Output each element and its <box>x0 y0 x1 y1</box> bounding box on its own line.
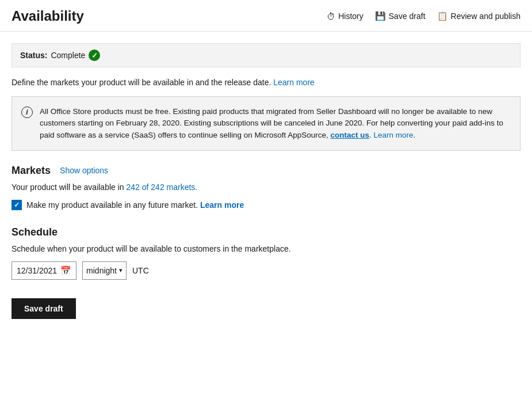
status-value: Complete <box>51 51 85 60</box>
date-input-wrapper[interactable]: 12/31/2021 📅 <box>12 261 76 280</box>
info-icon: i <box>21 107 33 118</box>
save-draft-top-label: Save draft <box>389 12 426 21</box>
save-draft-top-button[interactable]: 💾 Save draft <box>375 11 426 21</box>
date-value: 12/31/2021 <box>17 266 57 275</box>
info-box-text: All Office Store products must be free. … <box>40 106 511 141</box>
info-box: i All Office Store products must be free… <box>12 96 520 151</box>
markets-title: Markets <box>12 165 51 177</box>
review-icon: 📋 <box>437 11 448 21</box>
future-market-learn-more-link[interactable]: Learn more <box>200 200 244 210</box>
info-text-part1: All Office Store products must be free. … <box>40 107 503 139</box>
schedule-section-header: Schedule <box>12 226 520 238</box>
contact-us-link[interactable]: contact us <box>331 131 370 139</box>
info-learn-more-link[interactable]: Learn more <box>374 131 414 139</box>
status-bar: Status: Complete ✓ <box>12 43 520 67</box>
page-title: Availability <box>12 8 84 24</box>
markets-info: Your product will be available in 242 of… <box>12 183 520 192</box>
future-market-text: Make my product available in any future … <box>26 200 198 210</box>
save-icon: 💾 <box>375 11 386 21</box>
timezone-label: UTC <box>132 266 149 275</box>
description-main: Define the markets your product will be … <box>12 78 271 87</box>
time-value: midnight <box>86 266 117 275</box>
markets-availability-text: Your product will be available in <box>12 183 124 192</box>
review-publish-button[interactable]: 📋 Review and publish <box>437 11 520 21</box>
content-area: Status: Complete ✓ Define the markets yo… <box>0 32 532 331</box>
info-text-end: . <box>414 131 416 139</box>
history-button[interactable]: ⏱ History <box>327 12 363 21</box>
checkbox-check-icon: ✓ <box>14 201 20 209</box>
time-select-wrapper[interactable]: midnight ▾ <box>82 261 127 280</box>
complete-check-icon: ✓ <box>89 50 100 61</box>
markets-count: 242 of 242 markets. <box>127 183 198 192</box>
markets-section-header: Markets Show options <box>12 165 520 177</box>
history-icon: ⏱ <box>327 12 335 21</box>
info-text-dot: . <box>369 131 374 139</box>
status-label: Status: <box>20 51 47 60</box>
date-row: 12/31/2021 📅 midnight ▾ UTC <box>12 261 520 280</box>
future-market-checkbox-row: ✓ Make my product available in any futur… <box>12 200 520 210</box>
schedule-title: Schedule <box>12 226 58 238</box>
schedule-section: Schedule Schedule when your product will… <box>12 226 520 280</box>
future-market-label: Make my product available in any future … <box>26 200 244 210</box>
show-options-button[interactable]: Show options <box>60 166 108 175</box>
top-actions: ⏱ History 💾 Save draft 📋 Review and publ… <box>327 11 520 21</box>
description-text: Define the markets your product will be … <box>12 78 520 87</box>
future-market-checkbox[interactable]: ✓ <box>12 200 22 210</box>
description-learn-more-link[interactable]: Learn more <box>273 78 315 87</box>
calendar-icon: 📅 <box>60 265 71 276</box>
schedule-description: Schedule when your product will be avail… <box>12 244 520 253</box>
history-label: History <box>338 12 363 21</box>
review-publish-label: Review and publish <box>451 12 520 21</box>
top-bar: Availability ⏱ History 💾 Save draft 📋 Re… <box>0 0 532 32</box>
save-draft-button[interactable]: Save draft <box>12 298 76 319</box>
chevron-down-icon: ▾ <box>119 267 123 274</box>
